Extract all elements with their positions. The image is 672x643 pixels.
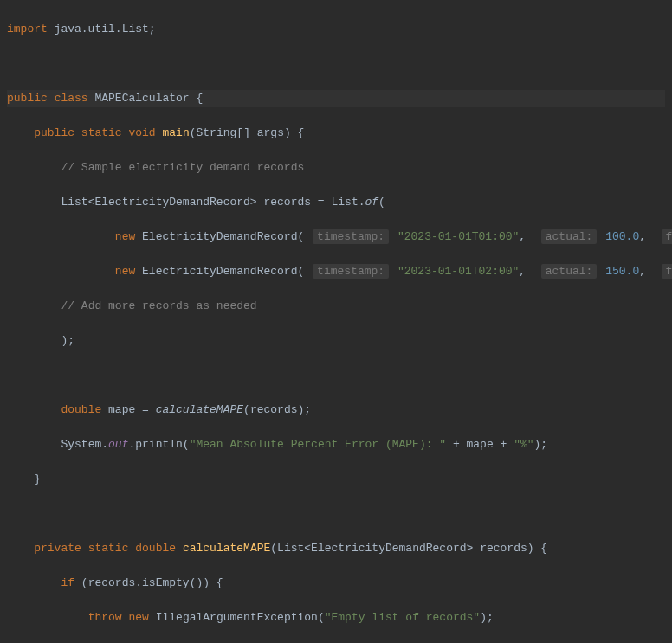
if-condition: (records.isEmpty()) { (81, 576, 223, 589)
keyword-public: public (34, 126, 74, 139)
string-literal: "Empty list of records" (325, 611, 480, 624)
number-literal: 100.0 (605, 230, 639, 243)
param-hint-actual: actual: (541, 264, 598, 279)
code-line[interactable]: // Add more records as needed (7, 298, 665, 315)
keyword-throw: throw (88, 611, 122, 624)
keyword-double: double (135, 542, 176, 555)
exception-class: IllegalArgumentException( (156, 611, 325, 624)
keyword-private: private (34, 542, 81, 555)
method-main: main (163, 126, 190, 139)
args: (records); (243, 403, 311, 416)
code-line[interactable]: new ElectricityDemandRecord( timestamp: … (7, 263, 665, 280)
code-line[interactable]: } (7, 471, 665, 488)
blank-line[interactable] (7, 367, 665, 384)
constructor-call: ElectricityDemandRecord( (142, 230, 304, 243)
code-line[interactable]: throw new IllegalArgumentException("Empt… (7, 609, 665, 627)
code-line[interactable]: new ElectricityDemandRecord( timestamp: … (7, 228, 665, 246)
keyword-static: static (88, 542, 129, 555)
main-params: (String[] args) { (190, 126, 305, 139)
keyword-double: double (61, 403, 101, 416)
constructor-call: ElectricityDemandRecord( (142, 265, 304, 278)
method-call: calculateMAPE (156, 403, 243, 416)
keyword-import: import (7, 23, 48, 35)
blank-line[interactable] (7, 505, 665, 523)
comment: // Sample electricity demand records (61, 161, 304, 174)
method-params: (List<ElectricityDemandRecord> records) … (270, 542, 547, 555)
code-line[interactable]: System.out.println("Mean Absolute Percen… (7, 436, 665, 453)
param-hint-timestamp: timestamp: (313, 264, 389, 279)
param-hint-forecast: forecast: (662, 264, 672, 279)
println-call: .println( (128, 438, 189, 451)
keyword-void: void (128, 126, 155, 139)
code-line[interactable]: public static void main(String[] args) { (7, 125, 665, 142)
param-hint-actual: actual: (541, 229, 598, 244)
var-mape: mape = (108, 403, 156, 416)
keyword-new: new (115, 230, 135, 243)
code-line[interactable]: // Sample electricity demand records (7, 159, 665, 177)
blank-line[interactable] (7, 55, 665, 73)
param-hint-timestamp: timestamp: (313, 229, 389, 244)
code-editor[interactable]: import java.util.List; public class MAPE… (0, 0, 672, 643)
code-line[interactable]: import java.util.List; (7, 21, 665, 38)
keyword-new: new (128, 611, 148, 624)
method-name: calculateMAPE (183, 542, 270, 555)
keyword-static: static (81, 126, 122, 139)
out-field: out (108, 438, 128, 451)
keyword-class: class (55, 92, 88, 105)
string-literal: "%" (514, 438, 533, 451)
param-hint-forecast: forecast: (662, 229, 672, 244)
code-line[interactable]: private static double calculateMAPE(List… (7, 540, 665, 557)
import-path: java.util.List; (48, 23, 156, 35)
string-literal: "Mean Absolute Percent Error (MAPE): " (190, 438, 446, 451)
keyword-new: new (115, 265, 135, 278)
keyword-if: if (61, 576, 74, 589)
code-line[interactable]: ); (7, 332, 665, 350)
code-line[interactable]: double mape = calculateMAPE(records); (7, 402, 665, 419)
list-declaration: List<ElectricityDemandRecord> records = … (61, 196, 365, 209)
number-literal: 150.0 (605, 265, 639, 278)
of-method: of (365, 196, 378, 209)
class-name: MAPECalculator (94, 92, 189, 105)
string-literal: "2023-01-01T01:00" (397, 230, 519, 243)
string-literal: "2023-01-01T02:00" (397, 265, 519, 278)
code-line[interactable]: if (records.isEmpty()) { (7, 575, 665, 592)
system-out: System. (61, 438, 108, 451)
keyword-public: public (7, 92, 48, 105)
code-line[interactable]: List<ElectricityDemandRecord> records = … (7, 194, 665, 211)
concat: + mape + (446, 438, 514, 451)
code-line[interactable]: public class MAPECalculator { (7, 90, 665, 107)
comment: // Add more records as needed (61, 299, 256, 312)
